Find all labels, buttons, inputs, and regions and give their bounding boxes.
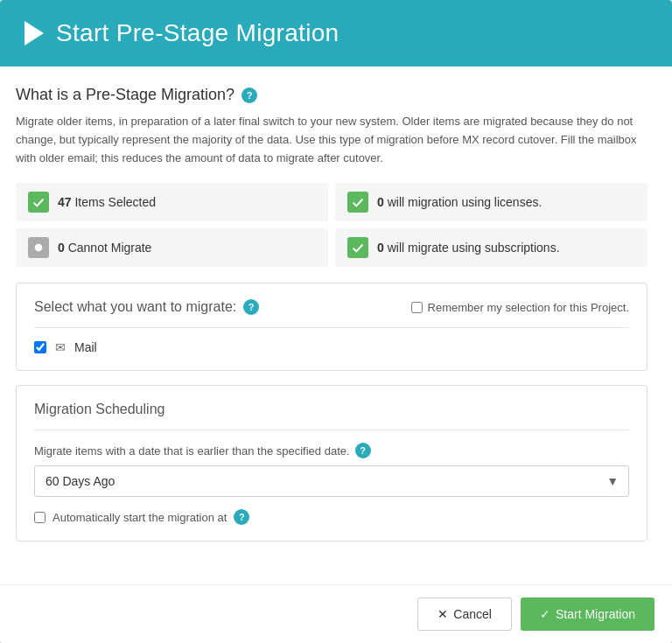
what-description: Migrate older items, in preparation of a… bbox=[16, 113, 648, 167]
stat-licenses: 0 will migration using licenses. bbox=[335, 183, 648, 221]
modal-dialog: Start Pre-Stage Migration What is a Pre-… bbox=[0, 0, 672, 643]
scheduling-panel: Migration Scheduling Migrate items with … bbox=[16, 385, 648, 542]
stat-cannot-text: 0 Cannot Migrate bbox=[58, 241, 151, 255]
svg-point-0 bbox=[35, 244, 43, 252]
play-icon bbox=[24, 21, 44, 45]
date-select[interactable]: 60 Days Ago 30 Days Ago 90 Days Ago 180 … bbox=[34, 465, 629, 497]
stat-badge-licenses bbox=[347, 192, 368, 213]
circle-icon bbox=[32, 241, 45, 254]
scheduling-title: Migration Scheduling bbox=[34, 402, 629, 417]
check-icon-3 bbox=[352, 241, 364, 254]
what-help-icon[interactable]: ? bbox=[242, 87, 257, 103]
what-section-title: What is a Pre-Stage Migration? ? bbox=[16, 86, 648, 104]
select-label-text: Select what you want to migrate: bbox=[34, 299, 236, 315]
cancel-button[interactable]: ✕ Cancel bbox=[417, 598, 512, 631]
modal-header: Start Pre-Stage Migration bbox=[0, 0, 672, 66]
stat-badge-items bbox=[28, 192, 49, 213]
auto-start-help-icon[interactable]: ? bbox=[234, 509, 249, 525]
select-panel-header-row: Select what you want to migrate: ? Remem… bbox=[34, 299, 629, 315]
cancel-label: Cancel bbox=[453, 607, 492, 621]
auto-start-label: Automatically start the migration at bbox=[52, 511, 227, 524]
cancel-x-icon: ✕ bbox=[438, 607, 448, 621]
mail-row: ✉ Mail bbox=[34, 340, 629, 354]
stat-cannot-count: 0 bbox=[58, 241, 65, 255]
start-label: Start Migration bbox=[556, 607, 635, 621]
stat-subs-count: 0 bbox=[377, 241, 384, 255]
stat-badge-subs bbox=[347, 237, 368, 258]
select-help-icon[interactable]: ? bbox=[243, 299, 259, 315]
stat-items-count: 47 bbox=[58, 195, 72, 209]
select-label: Select what you want to migrate: ? bbox=[34, 299, 259, 315]
modal-title: Start Pre-Stage Migration bbox=[56, 19, 339, 47]
start-check-icon: ✓ bbox=[540, 607, 550, 621]
select-panel-body: Select what you want to migrate: ? Remem… bbox=[17, 283, 647, 370]
select-migrate-panel: Select what you want to migrate: ? Remem… bbox=[16, 283, 648, 371]
stat-licenses-count: 0 bbox=[377, 195, 384, 209]
remember-checkbox[interactable] bbox=[411, 302, 423, 313]
stat-subs-label: will migrate using subscriptions. bbox=[388, 241, 560, 255]
scheduling-date-label: Migrate items with a date that is earlie… bbox=[34, 443, 629, 458]
date-select-wrapper: 60 Days Ago 30 Days Ago 90 Days Ago 180 … bbox=[34, 465, 629, 497]
stat-cannot-migrate: 0 Cannot Migrate bbox=[16, 228, 328, 267]
auto-start-checkbox[interactable] bbox=[34, 512, 46, 523]
stats-grid: 47 Items Selected 0 will migration using… bbox=[16, 183, 648, 267]
scheduling-date-label-text: Migrate items with a date that is earlie… bbox=[34, 444, 350, 458]
mail-label: Mail bbox=[74, 340, 97, 354]
envelope-icon: ✉ bbox=[55, 340, 66, 354]
auto-start-row: Automatically start the migration at ? bbox=[34, 509, 629, 525]
stat-items-label: Items Selected bbox=[74, 195, 156, 209]
stat-licenses-text: 0 will migration using licenses. bbox=[377, 195, 542, 209]
mail-checkbox[interactable] bbox=[34, 341, 46, 353]
stat-items-selected: 47 Items Selected bbox=[16, 183, 328, 221]
what-title-text: What is a Pre-Stage Migration? bbox=[16, 86, 234, 104]
start-migration-button[interactable]: ✓ Start Migration bbox=[521, 598, 654, 631]
stat-subscriptions: 0 will migrate using subscriptions. bbox=[335, 228, 648, 267]
stat-badge-cannot bbox=[28, 237, 49, 258]
check-icon-2 bbox=[352, 196, 364, 208]
modal-footer: ✕ Cancel ✓ Start Migration bbox=[0, 584, 672, 643]
stat-cannot-label: Cannot Migrate bbox=[68, 241, 152, 255]
scheduling-panel-body: Migration Scheduling Migrate items with … bbox=[17, 386, 647, 541]
stat-items-text: 47 Items Selected bbox=[58, 195, 156, 209]
check-icon bbox=[32, 196, 45, 208]
stat-licenses-label: will migration using licenses. bbox=[388, 195, 542, 209]
stat-subs-text: 0 will migrate using subscriptions. bbox=[377, 241, 560, 255]
remember-label: Remember my selection for this Project. bbox=[428, 301, 629, 314]
scheduling-help-icon[interactable]: ? bbox=[355, 443, 371, 458]
modal-body: What is a Pre-Stage Migration? ? Migrate… bbox=[0, 66, 672, 584]
divider-1 bbox=[34, 327, 629, 328]
remember-row: Remember my selection for this Project. bbox=[411, 301, 629, 314]
divider-2 bbox=[34, 430, 629, 430]
